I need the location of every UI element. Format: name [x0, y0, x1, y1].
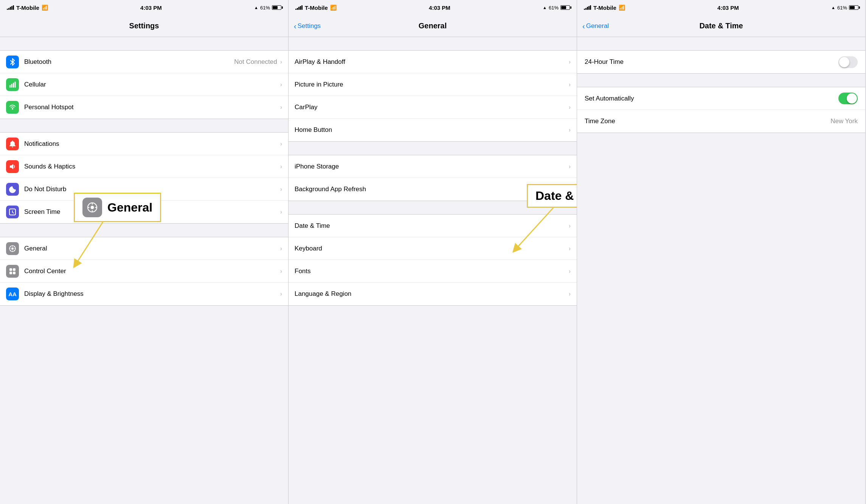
svg-rect-16 [9, 268, 12, 271]
row-airplay[interactable]: AirPlay & Handoff › [289, 51, 577, 73]
notifications-label: Notifications [24, 140, 280, 148]
nav-bar-datetime: ‹ General Date & Time [577, 15, 865, 37]
row-background[interactable]: Background App Refresh › [289, 178, 577, 201]
row-keyboard[interactable]: Keyboard › [289, 237, 577, 260]
row-general[interactable]: General › [0, 237, 288, 260]
row-timezone[interactable]: Time Zone New York [577, 110, 865, 133]
battery-area-3: ▲ 61% [831, 5, 858, 11]
section-24hour: 24-Hour Time [577, 50, 865, 74]
airplay-chevron: › [569, 59, 571, 65]
nav-title-datetime: Date & Time [699, 22, 743, 30]
bluetooth-value: Not Connected [234, 58, 277, 66]
datetime-label: Date & Time [295, 222, 569, 230]
back-chevron-general: ‹ [294, 22, 296, 30]
dnd-label: Do Not Disturb [24, 186, 280, 193]
section-general-bot: Date & Time › Keyboard › Fonts › Languag… [289, 214, 577, 306]
section-system: Notifications › Sounds & Haptics › [0, 132, 288, 224]
svg-line-12 [10, 246, 11, 247]
timezone-value: New York [830, 117, 858, 125]
svg-rect-18 [9, 272, 12, 274]
language-label: Language & Region [295, 290, 569, 298]
battery-area-1: ▲ 61% [254, 5, 281, 11]
notifications-chevron: › [280, 141, 282, 147]
fonts-chevron: › [569, 268, 571, 275]
svg-line-15 [10, 250, 11, 250]
row-sounds[interactable]: Sounds & Haptics › [0, 155, 288, 178]
carrier-label-3: T-Mobile [593, 5, 616, 11]
toggle-setauto-knob [847, 93, 857, 104]
battery-icon-1 [272, 5, 281, 10]
row-controlcenter[interactable]: Control Center › [0, 260, 288, 283]
row-carplay[interactable]: CarPlay › [289, 96, 577, 119]
battery-label-2: 61% [549, 5, 559, 11]
row-display[interactable]: AA Display & Brightness › [0, 283, 288, 305]
signal-icon-2 [295, 5, 303, 10]
cellular-label: Cellular [24, 81, 280, 88]
bluetooth-chevron: › [280, 59, 282, 65]
section-connectivity: Bluetooth Not Connected › Cellular [0, 50, 288, 119]
row-screentime[interactable]: Screen Time › [0, 201, 288, 223]
svg-point-7 [11, 247, 14, 250]
carrier-signal-2: T-Mobile 📶 [295, 5, 337, 11]
section-general-top: AirPlay & Handoff › Picture in Picture ›… [289, 50, 577, 142]
general-list: AirPlay & Handoff › Picture in Picture ›… [289, 37, 577, 306]
iphonestorage-chevron: › [569, 163, 571, 170]
carrier-signal-1: T-Mobile 📶 [7, 5, 48, 11]
row-iphonestorage[interactable]: iPhone Storage › [289, 155, 577, 178]
general-panel: T-Mobile 📶 4:03 PM ▲ 61% ‹ Settings Gene… [289, 0, 577, 504]
location-icon-3: ▲ [831, 5, 835, 10]
status-bar-2: T-Mobile 📶 4:03 PM ▲ 61% [289, 0, 577, 15]
bluetooth-label: Bluetooth [24, 58, 234, 66]
carplay-label: CarPlay [295, 104, 569, 111]
battery-label-1: 61% [260, 5, 270, 11]
battery-area-2: ▲ 61% [543, 5, 570, 11]
row-language[interactable]: Language & Region › [289, 283, 577, 305]
controlcenter-chevron: › [280, 268, 282, 275]
location-icon-1: ▲ [254, 5, 258, 10]
nav-bar-settings: Settings [0, 15, 288, 37]
battery-icon-3 [849, 5, 858, 10]
screentime-label: Screen Time [24, 208, 280, 216]
svg-rect-2 [13, 83, 14, 88]
row-setauto[interactable]: Set Automatically [577, 87, 865, 110]
row-hotspot[interactable]: Personal Hotspot › [0, 96, 288, 119]
carrier-label-2: T-Mobile [305, 5, 328, 11]
time-1: 4:03 PM [140, 5, 162, 11]
back-chevron-datetime: ‹ [582, 22, 585, 30]
toggle-24hour[interactable] [838, 56, 858, 68]
row-fonts[interactable]: Fonts › [289, 260, 577, 283]
row-homebutton[interactable]: Home Button › [289, 119, 577, 141]
row-dnd[interactable]: Do Not Disturb › [0, 178, 288, 201]
cellular-icon [6, 78, 19, 91]
row-24hour[interactable]: 24-Hour Time [577, 51, 865, 73]
svg-rect-17 [13, 268, 16, 271]
back-button-datetime[interactable]: ‹ General [582, 22, 609, 30]
wifi-icon-1: 📶 [42, 5, 48, 11]
dnd-icon [6, 183, 19, 196]
row-datetime[interactable]: Date & Time › [289, 215, 577, 237]
section-general-mid: iPhone Storage › Background App Refresh … [289, 155, 577, 201]
row-pip[interactable]: Picture in Picture › [289, 73, 577, 96]
row-notifications[interactable]: Notifications › [0, 133, 288, 155]
general-icon [6, 242, 19, 255]
24hour-label: 24-Hour Time [585, 58, 838, 66]
time-2: 4:03 PM [429, 5, 450, 11]
row-bluetooth[interactable]: Bluetooth Not Connected › [0, 51, 288, 73]
background-chevron: › [569, 186, 571, 193]
carrier-signal-3: T-Mobile 📶 [584, 5, 625, 11]
row-cellular[interactable]: Cellular › [0, 73, 288, 96]
time-3: 4:03 PM [717, 5, 739, 11]
svg-rect-3 [15, 82, 16, 88]
wifi-icon-3: 📶 [619, 5, 625, 11]
svg-line-13 [14, 250, 15, 250]
back-button-general[interactable]: ‹ Settings [294, 22, 321, 30]
toggle-setauto[interactable] [838, 93, 858, 104]
battery-label-3: 61% [837, 5, 847, 11]
bluetooth-icon [6, 56, 19, 68]
fonts-label: Fonts [295, 267, 569, 275]
location-icon-2: ▲ [543, 5, 547, 10]
keyboard-label: Keyboard [295, 245, 569, 252]
settings-list-1: Bluetooth Not Connected › Cellular [0, 37, 288, 306]
homebutton-label: Home Button [295, 126, 569, 134]
airplay-label: AirPlay & Handoff [295, 58, 569, 66]
